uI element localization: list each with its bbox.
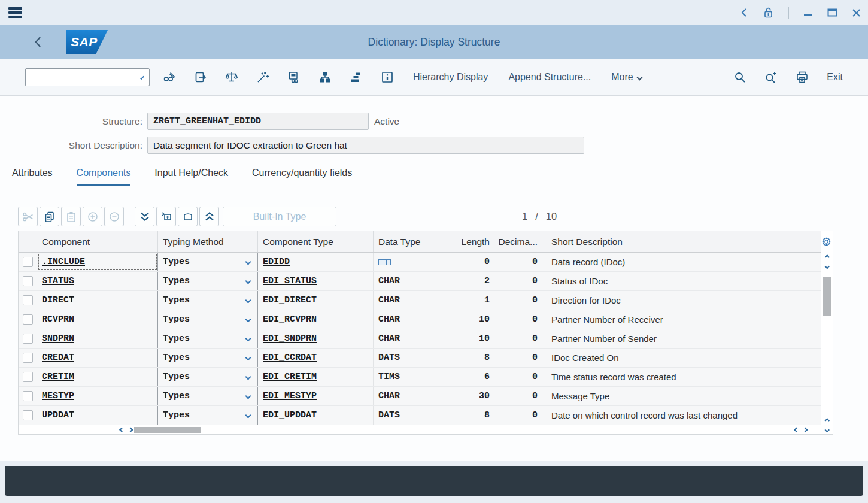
status-active-label: Active xyxy=(374,113,399,130)
back-chevron-icon[interactable] xyxy=(740,8,748,17)
tab-attributes[interactable]: Attributes xyxy=(12,163,53,186)
built-in-type-button[interactable]: Built-In Type xyxy=(223,207,336,226)
component-type-link[interactable]: EDI_STATUS xyxy=(263,276,317,286)
hierarchy-icon[interactable] xyxy=(318,71,332,84)
row-checkbox[interactable] xyxy=(23,257,33,267)
minimize-icon[interactable] xyxy=(803,8,813,17)
row-checkbox[interactable] xyxy=(23,353,33,363)
magic-wand-icon[interactable] xyxy=(256,71,269,84)
component-type-link[interactable]: EDI_SNDPRN xyxy=(263,334,317,344)
append-structure-button[interactable]: Append Structure... xyxy=(508,72,591,83)
vertical-scroll-thumb[interactable] xyxy=(823,277,831,316)
structure-field[interactable]: ZRGTT_GREENHAT_EDIDD xyxy=(147,113,369,130)
search-icon[interactable] xyxy=(733,71,746,84)
component-link[interactable]: UPDDAT xyxy=(42,410,74,420)
component-link[interactable]: SNDPRN xyxy=(42,334,74,344)
typing-method-dropdown[interactable]: Types xyxy=(158,387,258,405)
expand-all-icon[interactable] xyxy=(135,207,154,226)
scroll-up-icon[interactable] xyxy=(821,416,833,425)
component-link[interactable]: STATUS xyxy=(42,276,74,286)
info-icon[interactable] xyxy=(381,71,394,84)
col-length[interactable]: Length xyxy=(448,231,497,252)
chevron-down-icon xyxy=(636,74,642,80)
menu-icon[interactable] xyxy=(8,7,22,18)
typing-method-dropdown[interactable]: Types xyxy=(158,368,258,386)
remove-button[interactable] xyxy=(104,207,124,226)
description-value: Partner Number of Receiver xyxy=(551,314,663,325)
copy-button[interactable] xyxy=(40,207,59,226)
back-button[interactable] xyxy=(34,35,42,49)
component-type-link[interactable]: EDI_MESTYP xyxy=(263,391,317,401)
scroll-up-icon[interactable] xyxy=(821,253,833,262)
command-input[interactable] xyxy=(26,69,141,86)
component-type-link[interactable]: EDI_RCVPRN xyxy=(263,314,317,325)
balance-scale-icon[interactable] xyxy=(225,71,238,84)
hierarchy-display-button[interactable]: Hierarchy Display xyxy=(413,72,488,83)
tab-currency-quantity-fields[interactable]: Currency/quantity fields xyxy=(252,163,352,186)
unlock-icon[interactable] xyxy=(762,6,774,19)
print-icon[interactable] xyxy=(796,71,809,84)
component-link[interactable]: .INCLUDE xyxy=(42,257,85,267)
typing-method-dropdown[interactable]: Types xyxy=(158,291,258,310)
length-value: 1 xyxy=(484,295,490,305)
delete-row-button[interactable] xyxy=(178,207,198,226)
typing-method-dropdown[interactable]: Types xyxy=(158,310,258,329)
short-description-field[interactable]: Data segment for IDOC extraction to Gree… xyxy=(147,137,584,154)
display-change-icon[interactable] xyxy=(163,71,176,84)
insert-row-button[interactable] xyxy=(156,207,176,226)
row-checkbox[interactable] xyxy=(23,314,33,325)
row-checkbox[interactable] xyxy=(23,410,33,420)
collapse-all-icon[interactable] xyxy=(199,207,219,226)
component-link[interactable]: CREDAT xyxy=(42,353,74,363)
scroll-down-icon[interactable] xyxy=(821,425,833,434)
maximize-icon[interactable] xyxy=(827,8,837,17)
component-type-link[interactable]: EDIDD xyxy=(263,257,290,267)
row-checkbox[interactable] xyxy=(23,391,33,401)
close-icon[interactable] xyxy=(852,8,861,17)
row-checkbox[interactable] xyxy=(23,276,33,286)
tab-input-help-check[interactable]: Input Help/Check xyxy=(154,163,228,186)
insert-button[interactable] xyxy=(83,207,102,226)
vertical-scrollbar[interactable] xyxy=(821,253,833,434)
row-checkbox[interactable] xyxy=(23,295,33,305)
cut-button[interactable] xyxy=(18,207,38,226)
horizontal-scroll-thumb[interactable] xyxy=(134,427,201,433)
typing-method-dropdown[interactable]: Types xyxy=(158,329,258,348)
col-component-type[interactable]: Component Type xyxy=(258,231,374,252)
col-short-description[interactable]: Short Description xyxy=(545,231,821,252)
search-next-icon[interactable] xyxy=(764,71,778,84)
col-decimals[interactable]: Decima... xyxy=(497,231,545,252)
scroll-down-icon[interactable] xyxy=(821,262,833,271)
where-used-icon[interactable] xyxy=(287,71,301,84)
row-checkbox[interactable] xyxy=(23,334,33,344)
tab-components[interactable]: Components xyxy=(77,163,131,186)
horizontal-scrollbar[interactable] xyxy=(19,425,809,434)
typing-method-dropdown[interactable]: Types xyxy=(158,272,258,290)
exit-button[interactable]: Exit xyxy=(827,72,843,83)
object-list-icon[interactable] xyxy=(350,71,363,84)
scroll-right-icon[interactable] xyxy=(128,428,132,432)
component-type-link[interactable]: EDI_CCRDAT xyxy=(263,353,317,363)
component-link[interactable]: DIRECT xyxy=(42,295,74,305)
typing-method-dropdown[interactable]: Types xyxy=(158,406,258,425)
paste-button[interactable] xyxy=(61,207,81,226)
scroll-left-icon[interactable] xyxy=(120,428,125,432)
col-component[interactable]: Component xyxy=(37,231,158,252)
component-link[interactable]: MESTYP xyxy=(42,391,74,401)
scroll-right-icon[interactable] xyxy=(802,428,807,432)
col-typing-method[interactable]: Typing Method xyxy=(158,231,258,252)
component-type-link[interactable]: EDI_CRETIM xyxy=(263,372,317,382)
copy-object-icon[interactable] xyxy=(194,71,207,84)
component-type-link[interactable]: EDI_UPDDAT xyxy=(263,410,317,420)
col-data-type[interactable]: Data Type xyxy=(374,231,448,252)
typing-method-dropdown[interactable]: Types xyxy=(158,253,258,271)
scroll-left-icon[interactable] xyxy=(794,428,799,432)
decimals-value: 0 xyxy=(532,353,538,363)
row-checkbox[interactable] xyxy=(23,372,33,382)
typing-method-dropdown[interactable]: Types xyxy=(158,349,258,367)
component-type-link[interactable]: EDI_DIRECT xyxy=(263,295,317,305)
more-menu-button[interactable]: More xyxy=(611,72,641,83)
component-link[interactable]: RCVPRN xyxy=(42,314,74,325)
component-link[interactable]: CRETIM xyxy=(42,372,74,382)
table-settings-gear-icon[interactable] xyxy=(821,237,831,247)
